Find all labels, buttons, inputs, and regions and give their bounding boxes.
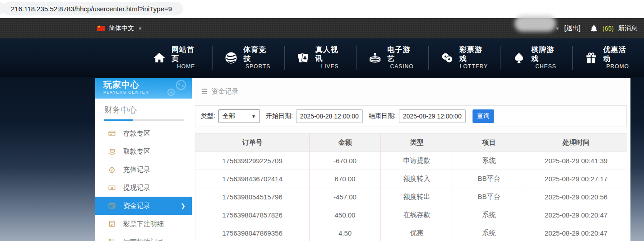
notification-bell-icon[interactable]	[590, 24, 598, 33]
content-wrapper: 玩家中心 PLAYERS CENTER 财务中心 存款专区 取款专区	[95, 78, 630, 241]
username-redacted	[514, 15, 556, 32]
filter-bar: 类型: 全部 ▼ 开始日期: 结束日期: 查询	[195, 105, 627, 127]
nav-item-sports[interactable]: 体育竞技SPORTS	[212, 46, 284, 70]
sidebar-section-title: 财务中心	[95, 99, 192, 116]
query-button[interactable]: 查询	[473, 109, 494, 123]
col-type: 类型	[381, 134, 453, 152]
room-bet-record-icon	[108, 238, 116, 241]
player-center-sidebar: 玩家中心 PLAYERS CENTER 财务中心 存款专区 取款专区	[95, 78, 192, 241]
breadcrumb: ☰ 资金记录	[201, 86, 627, 97]
language-selector[interactable]: 简体中文 ▼	[97, 18, 143, 38]
lottery-balls-icon	[440, 51, 454, 65]
sidebar-menu: 存款专区 取款专区 充值记录 提现记录 资金记录 ❯	[95, 124, 192, 241]
sidebar-item-lottery-bet-details[interactable]: 彩票下注明细	[95, 215, 192, 233]
cashout-record-icon	[108, 184, 116, 192]
table-row: 1756398436702414 670.00 额度转入 BB平台 2025-0…	[195, 170, 627, 188]
start-date-input[interactable]	[296, 109, 363, 123]
sports-ball-icon	[224, 51, 238, 65]
table-row: 1756398047857826 450.00 在线存款 系统 2025-08-…	[195, 206, 627, 224]
divider	[585, 25, 585, 32]
page-title: 资金记录	[211, 87, 238, 96]
table-row: 1756398047869356 4.50 优惠 系统 2025-08-29 0…	[195, 224, 627, 241]
col-process-time: 处理时间	[525, 134, 627, 152]
start-date-label: 开始日期:	[266, 112, 293, 120]
page-url: 216.118.235.52:8783/hhcp/usercenter.html…	[11, 5, 172, 13]
type-label: 类型:	[201, 112, 215, 120]
funds-record-table: 订单号 金额 类型 项目 处理时间 1756399299225709 -670.…	[195, 133, 627, 241]
nav-item-lives[interactable]: 真人视讯LIVES	[284, 46, 356, 70]
sidebar-item-deposit[interactable]: 存款专区	[95, 124, 192, 142]
end-date-label: 结束日期:	[369, 112, 396, 120]
sidebar-header: 玩家中心 PLAYERS CENTER	[95, 78, 192, 99]
sidebar-item-withdraw[interactable]: 取款专区	[95, 142, 192, 161]
gift-icon	[584, 51, 598, 65]
page-background: 玩家中心 PLAYERS CENTER 财务中心 存款专区 取款专区	[0, 77, 644, 241]
col-order-no: 订单号	[195, 134, 310, 152]
chevron-down-icon: ▼	[138, 26, 143, 31]
account-chevron-down-icon[interactable]: ▼	[555, 26, 560, 31]
main-nav: 网站首页HOME 体育竞技SPORTS 真人视讯LIVES 电子游艺CASINO…	[0, 38, 644, 77]
main-panel: ☰ 资金记录 类型: 全部 ▼ 开始日期: 结束日期: 查询 订单	[195, 78, 627, 241]
sidebar-item-funds-records[interactable]: 资金记录 ❯	[95, 197, 192, 215]
table-row: 1756399299225709 -670.00 申请提款 系统 2025-08…	[195, 152, 627, 170]
col-amount: 金额	[310, 134, 381, 152]
type-select[interactable]: 全部 ▼	[218, 109, 260, 123]
deposit-icon	[108, 129, 116, 137]
address-bar[interactable]: 216.118.235.52:8783/hhcp/usercenter.html…	[3, 2, 183, 15]
nav-item-home[interactable]: 网站首页HOME	[141, 46, 212, 70]
language-label: 简体中文	[109, 24, 134, 33]
recharge-record-icon	[108, 165, 116, 174]
table-row: 1756398054515796 -457.00 额度转出 BB平台 2025-…	[195, 188, 627, 206]
chevron-right-icon: ❯	[181, 203, 185, 209]
playing-cards-icon	[297, 51, 310, 65]
logout-button[interactable]: [退出]	[564, 24, 580, 33]
new-messages-link[interactable]: 新消息	[618, 24, 637, 33]
sidebar-item-room-bet-records[interactable]: 厅室投注记录	[95, 233, 192, 241]
section-underline	[104, 119, 184, 121]
gamepad-decoration-icon	[164, 80, 188, 99]
china-flag-icon	[97, 26, 105, 31]
nav-item-chess[interactable]: 棋牌游戏CHESS	[500, 46, 572, 70]
message-count: (65)	[602, 25, 614, 32]
funds-record-icon	[108, 202, 116, 210]
col-project: 项目	[453, 134, 525, 152]
lottery-bet-detail-icon	[108, 220, 116, 228]
end-date-input[interactable]	[399, 109, 466, 123]
select-chevron-down-icon: ▼	[251, 114, 256, 119]
sidebar-item-cashout-records[interactable]: 提现记录	[95, 179, 192, 197]
withdraw-icon	[108, 147, 116, 156]
roulette-icon	[368, 51, 382, 65]
nav-item-promo[interactable]: 优惠活动PROMO	[572, 46, 644, 70]
nav-item-casino[interactable]: 电子游艺CASINO	[356, 46, 428, 70]
sidebar-item-recharge-records[interactable]: 充值记录	[95, 161, 192, 179]
spade-icon	[512, 51, 526, 65]
home-icon	[153, 51, 166, 65]
user-bar: 简体中文 ▼ ▼ [退出] (65) 新消息	[0, 18, 644, 38]
nav-item-lottery[interactable]: 彩票游戏LOTTERY	[428, 46, 500, 70]
table-header-row: 订单号 金额 类型 项目 处理时间	[195, 134, 627, 152]
hamburger-icon: ☰	[201, 87, 208, 96]
